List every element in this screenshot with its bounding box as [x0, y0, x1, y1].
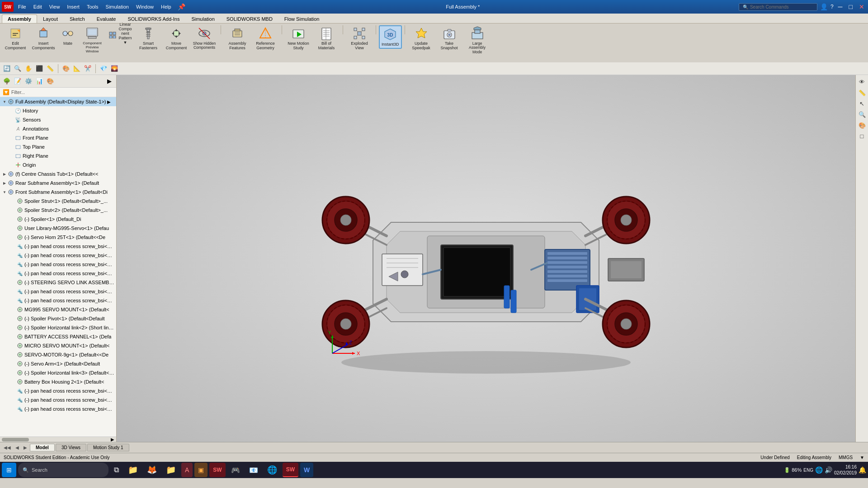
tab-mbd[interactable]: SOLIDWORKS MBD — [221, 14, 278, 23]
tree-item-spoiler1[interactable]: (-) Spoiler<1> (Default_Di — [0, 215, 116, 224]
linear-pattern-btn[interactable]: Linear Component Pattern ▼ — [107, 25, 134, 42]
property-manager-tab[interactable]: 📝 — [13, 76, 23, 86]
tree-root[interactable]: ▼ Full Assembly (Default<Display State-1… — [0, 97, 116, 106]
component-preview-btn[interactable]: Component Preview Window — [79, 25, 106, 54]
tree-item-screw1[interactable]: 🔩 (-) pan head cross recess screw_bsi<1>… — [0, 242, 116, 251]
tree-item-screw2[interactable]: 🔩 (-) pan head cross recess screw_bsi<2>… — [0, 251, 116, 260]
panel-hscroll[interactable]: ▶ — [0, 436, 116, 442]
user-icon[interactable]: 👤 — [820, 3, 828, 10]
tree-item-screw6[interactable]: 🔩 (-) pan head cross recess screw_bsi<6>… — [0, 296, 116, 305]
config-manager-tab[interactable]: ⚙️ — [24, 76, 33, 86]
measure-icon[interactable]: 📏 — [45, 64, 55, 74]
scene-icon[interactable]: 🌄 — [109, 64, 119, 74]
tree-item-screw8[interactable]: 🔩 (-) pan head cross recess screw_bsi<8>… — [0, 395, 116, 404]
edit-component-btn[interactable]: Edit Component — [2, 25, 29, 52]
tree-item-user-library-servo[interactable]: User Library-MG995-Servo<1> (Defau — [0, 224, 116, 233]
update-speedpak-btn[interactable]: Update Speedpak — [408, 25, 435, 52]
volume-icon[interactable]: 🔊 — [825, 466, 832, 474]
pin-icon[interactable]: 📌 — [176, 3, 187, 10]
view-orientation-icon[interactable]: 📐 — [72, 64, 82, 74]
menu-simulation[interactable]: Simulation — [103, 4, 132, 9]
tree-item-front-plane[interactable]: Front Plane — [0, 133, 116, 142]
tree-item-top-plane[interactable]: Top Plane — [0, 142, 116, 151]
tree-item-centre-chassis[interactable]: ▶ (f) Centre Chassis Tub<1> (Default<< — [0, 169, 116, 178]
restore-btn[interactable]: □ — [847, 3, 854, 10]
tree-item-spoiler-pivot[interactable]: (-) Spoiler Pivot<1> (Default<Default — [0, 314, 116, 323]
taskbar-email[interactable]: 📧 — [245, 463, 262, 477]
appearance-icon[interactable]: 💎 — [99, 64, 108, 74]
right-measure-icon[interactable]: 📏 — [857, 88, 867, 98]
tree-item-spoiler-hlink3[interactable]: (-) Spoiler Horizontal link<3> (Default<… — [0, 368, 116, 377]
tab-assembly[interactable]: Assembly — [2, 14, 37, 23]
taskbar-sw[interactable]: SW — [209, 463, 225, 477]
tree-item-screw7[interactable]: 🔩 (-) pan head cross recess screw_bsi<7>… — [0, 386, 116, 395]
tree-item-micro-servo-mount[interactable]: MICRO SERVO MOUNT<1> (Default< — [0, 341, 116, 350]
display-manager-tab[interactable]: 🎨 — [45, 76, 55, 86]
tree-item-screw4[interactable]: 🔩 (-) pan head cross recess screw_bsi<4>… — [0, 269, 116, 278]
units-dropdown-icon[interactable]: ▼ — [860, 455, 864, 460]
menu-edit[interactable]: Edit — [31, 4, 45, 9]
tree-item-right-plane[interactable]: Right Plane — [0, 151, 116, 160]
taskbar-autocad[interactable]: A — [181, 463, 193, 477]
tree-item-history[interactable]: 🕐 History — [0, 106, 116, 115]
tree-item-spoiler-hlink2[interactable]: (-) Spoiler Horizontal link<2> (Short li… — [0, 323, 116, 332]
zoom-in-icon[interactable]: 🔍 — [13, 64, 23, 74]
right-display-icon[interactable]: □ — [857, 131, 867, 141]
right-zoom-icon[interactable]: 🔍 — [857, 109, 867, 119]
show-hidden-btn[interactable]: Show Hidden Components — [191, 25, 218, 51]
new-motion-study-btn[interactable]: New Motion Study — [285, 25, 312, 52]
bill-of-materials-btn[interactable]: Bill of Materials — [313, 25, 340, 52]
tab-nav-prev[interactable]: ◀ — [14, 445, 21, 450]
tab-addins[interactable]: SOLIDWORKS Add-Ins — [122, 14, 185, 23]
cortana-search[interactable]: 🔍 Search — [18, 463, 108, 477]
large-assembly-mode-btn[interactable]: Large Assembly Mode — [464, 25, 491, 55]
tree-item-servo-arm[interactable]: (-) Servo Arm<1> (Default<Default — [0, 359, 116, 368]
tab-evaluate[interactable]: Evaluate — [91, 14, 122, 23]
viewport[interactable]: X Y Z — [117, 75, 855, 442]
tree-item-screw9[interactable]: 🔩 (-) pan head cross recess screw_bsi<9>… — [0, 404, 116, 413]
menu-insert[interactable]: Insert — [64, 4, 82, 9]
taskbar-chrome[interactable]: 🌐 — [264, 463, 281, 477]
taskbar-games[interactable]: 🎮 — [227, 463, 244, 477]
bottom-tab-3dviews[interactable]: 3D Views — [56, 444, 86, 451]
task-view-btn[interactable]: ⧉ — [110, 463, 123, 477]
smart-fasteners-btn[interactable]: Smart Fasteners — [135, 25, 162, 52]
zoom-area-icon[interactable]: ⬛ — [34, 64, 44, 74]
menu-tools[interactable]: Tools — [84, 4, 101, 9]
taskbar-folder2[interactable]: 📁 — [162, 463, 179, 477]
minimize-btn[interactable]: ─ — [836, 3, 844, 10]
taskbar-firefox[interactable]: 🦊 — [143, 463, 160, 477]
rotate-icon[interactable]: 🔄 — [2, 64, 12, 74]
tab-sketch[interactable]: Sketch — [64, 14, 91, 23]
notification-icon[interactable]: 🔔 — [859, 466, 866, 474]
section-view-icon[interactable]: ✂️ — [83, 64, 93, 74]
tab-nav-left[interactable]: ◀◀ — [2, 445, 13, 450]
mate-btn[interactable]: Mate — [58, 25, 78, 47]
move-component-btn[interactable]: Move Component — [163, 25, 190, 52]
taskbar-sw2[interactable]: SW — [283, 463, 298, 477]
reference-geometry-btn[interactable]: Reference Geometry — [252, 25, 279, 52]
taskbar-word[interactable]: W — [300, 463, 313, 477]
tab-nav-next[interactable]: ▶ — [22, 445, 29, 450]
tree-item-rear-subframe[interactable]: ▶ Rear Subframe Assembly<1> (Default — [0, 178, 116, 188]
taskbar-file-explorer[interactable]: 📁 — [124, 463, 142, 477]
right-view-icon[interactable]: 👁 — [857, 77, 867, 87]
tree-item-sensors[interactable]: 📡 Sensors — [0, 115, 116, 124]
tree-item-mg995-mount[interactable]: MG995 SERVO MOUNT<1> (Default< — [0, 305, 116, 314]
menu-file[interactable]: File — [15, 4, 29, 9]
insert-components-btn[interactable]: Insert Components — [30, 25, 57, 52]
dimxpert-tab[interactable]: 📊 — [34, 76, 44, 86]
pan-icon[interactable]: ✋ — [24, 64, 33, 74]
close-btn[interactable]: ✕ — [857, 3, 866, 10]
tree-item-screw5[interactable]: 🔩 (-) pan head cross recess screw_bsi<5>… — [0, 287, 116, 296]
tree-item-front-subframe[interactable]: ▼ Front Subframe Assembly<1> (Default<Di — [0, 188, 116, 197]
expand-panel-btn[interactable]: ▶ — [104, 76, 114, 86]
tree-item-servo-motor[interactable]: SERVO-MOTOR-9g<1> (Default<<De — [0, 350, 116, 359]
menu-help[interactable]: Help — [158, 4, 174, 9]
right-color-icon[interactable]: 🎨 — [857, 120, 867, 130]
tree-item-battery-access[interactable]: BATTERY ACCESS PANNEL<1> (Defa — [0, 332, 116, 341]
feature-tree-tab[interactable]: 🌳 — [2, 76, 12, 86]
right-select-icon[interactable]: ↖ — [857, 99, 867, 108]
tab-layout[interactable]: Layout — [37, 14, 64, 23]
taskbar-pdm[interactable]: ▣ — [194, 463, 208, 477]
